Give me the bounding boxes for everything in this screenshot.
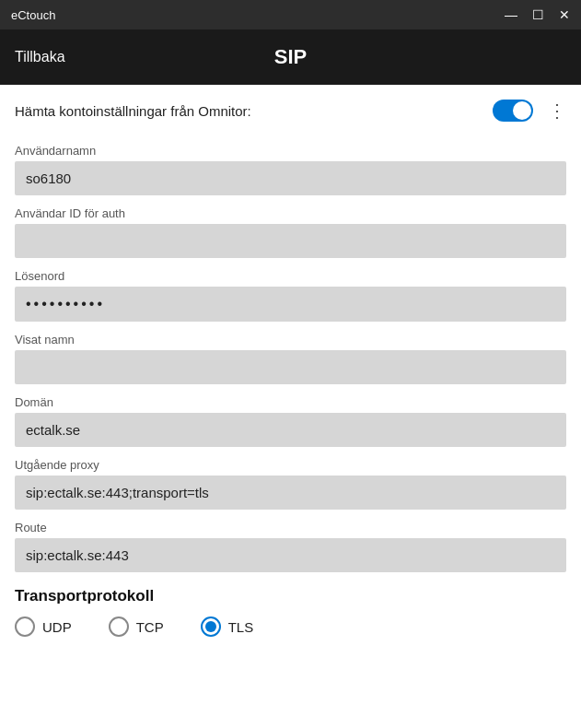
tls-radio-circle xyxy=(201,616,221,637)
display-name-field[interactable] xyxy=(15,350,566,384)
domain-field-label: Domän xyxy=(15,395,566,409)
username-field[interactable] xyxy=(15,161,566,195)
udp-radio-item[interactable]: UDP xyxy=(15,616,72,637)
back-button[interactable]: Tillbaka xyxy=(15,49,65,65)
udp-radio-label: UDP xyxy=(42,619,72,635)
route-field[interactable] xyxy=(15,538,566,572)
transport-section: Transportprotokoll UDPTCPTLS xyxy=(15,587,566,637)
header: Tillbaka SIP xyxy=(0,29,581,85)
auth-id-field[interactable] xyxy=(15,224,566,258)
maximize-button[interactable]: ☐ xyxy=(532,8,544,21)
tls-radio-item[interactable]: TLS xyxy=(201,616,254,637)
outgoing-proxy-field-label: Utgående proxy xyxy=(15,458,566,472)
tcp-radio-circle xyxy=(109,616,129,637)
route-field-label: Route xyxy=(15,521,566,534)
minimize-button[interactable]: — xyxy=(505,8,517,21)
omnitor-toggle-label: Hämta kontoinställningar från Omnitor: xyxy=(15,103,251,119)
domain-field[interactable] xyxy=(15,413,566,447)
omnitor-toggle-switch[interactable] xyxy=(493,100,533,122)
close-button[interactable]: ✕ xyxy=(559,8,570,21)
password-field-label: Lösenord xyxy=(15,269,566,283)
tcp-radio-item[interactable]: TCP xyxy=(109,616,164,637)
tcp-radio-label: TCP xyxy=(136,619,164,635)
content-area: Hämta kontoinställningar från Omnitor: ⋮… xyxy=(0,85,581,728)
udp-radio-circle xyxy=(15,616,35,637)
title-bar: eCtouch — ☐ ✕ xyxy=(0,0,581,29)
window-controls: — ☐ ✕ xyxy=(505,8,570,21)
fields-container: AnvändarnamnAnvändar ID för authLösenord… xyxy=(15,144,566,572)
password-field[interactable] xyxy=(15,287,566,322)
app-title: eCtouch xyxy=(11,8,55,22)
transport-radio-group: UDPTCPTLS xyxy=(15,616,566,637)
display-name-field-label: Visat namn xyxy=(15,333,566,346)
tls-radio-label: TLS xyxy=(228,619,254,635)
omnitor-toggle-row: Hämta kontoinställningar från Omnitor: ⋮ xyxy=(15,85,566,133)
auth-id-field-label: Användar ID för auth xyxy=(15,206,566,220)
page-title: SIP xyxy=(274,45,307,69)
toggle-right-group: ⋮ xyxy=(493,100,566,122)
transport-title: Transportprotokoll xyxy=(15,587,566,605)
username-field-label: Användarnamn xyxy=(15,144,566,158)
more-options-button[interactable]: ⋮ xyxy=(548,101,566,120)
outgoing-proxy-field[interactable] xyxy=(15,476,566,510)
